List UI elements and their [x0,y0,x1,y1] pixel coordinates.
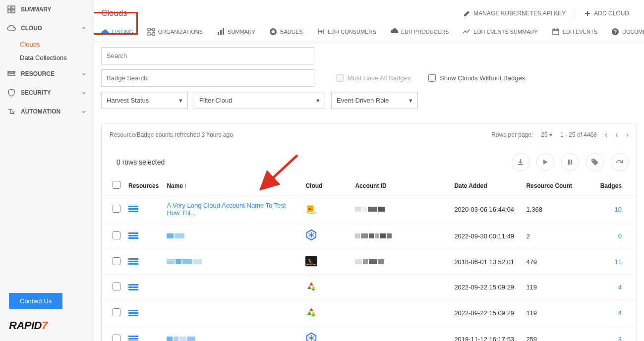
svg-rect-1 [12,6,15,9]
must-have-badges-checkbox[interactable]: Must Have All Badges [336,74,410,82]
account-id [351,300,450,326]
filter-cloud-select[interactable]: Filter Cloud▾ [194,92,325,109]
nav-resource[interactable]: RESOURCE [0,64,94,83]
prev-page-button: ‹ [605,130,607,139]
date-added: 2018-06-01 13:52:01 [450,249,522,275]
resources-icon[interactable] [128,336,159,341]
nav-label: SECURITY [21,89,51,96]
row-checkbox[interactable] [113,335,120,341]
nav-summary[interactable]: SUMMARY [0,0,94,19]
chevron-down-icon [81,109,87,114]
svg-text:Alibaba Cloud: Alibaba Cloud [306,264,316,266]
badges-link[interactable]: 11 [615,258,622,266]
col-cloud[interactable]: Cloud [301,176,351,196]
col-resources[interactable]: Resources [124,176,163,196]
svg-rect-43 [128,286,138,288]
redo-button[interactable] [611,153,629,171]
contact-button[interactable]: Contact Us [9,293,62,309]
date-added: 2022-09-22 15:09:29 [450,300,522,326]
badges-link[interactable]: 4 [618,309,622,317]
calendar-icon [552,28,560,36]
cloud-name-link[interactable]: A Very Long Cloud Account Name To Test H… [167,202,286,217]
tab-edh-producers[interactable]: EDH PRODUCERS [390,28,449,42]
sub-data-collections[interactable]: Data Collections [0,51,94,64]
add-cloud-button[interactable]: ADD CLOUD [579,6,634,21]
tag-button[interactable] [586,153,604,171]
tab-edh-events-summary[interactable]: EDH EVENTS SUMMARY [463,28,537,42]
badges-link[interactable]: 4 [618,284,622,291]
event-driven-role-select[interactable]: Event-Driven Role▾ [331,92,418,109]
tab-edh-consumers[interactable]: EDH CONSUMERS [317,28,376,42]
svg-rect-44 [128,289,138,290]
svg-rect-22 [128,208,138,210]
svg-rect-5 [8,74,15,75]
resource-count: 259 [522,326,582,341]
svg-rect-46 [128,312,138,314]
nav-label: RESOURCE [21,70,55,77]
row-checkbox[interactable] [113,231,120,239]
col-badges[interactable]: Badges [582,176,637,196]
select-all-checkbox[interactable] [113,181,120,189]
svg-rect-8 [148,33,150,35]
nav-cloud[interactable]: CLOUD [0,19,94,38]
rows-per-page-select[interactable]: 25 ▾ [541,131,552,138]
nav-security[interactable]: SECURITY [0,83,94,102]
resources-icon[interactable] [128,206,159,213]
caret-down-icon: ▾ [316,97,320,104]
harvest-status-select[interactable]: Harvest Status▾ [101,92,188,109]
show-without-badges-checkbox[interactable]: Show Clouds Without Badges [428,74,525,82]
logo: RAPID7 [9,319,85,332]
k8s-icon [305,332,317,341]
badge-search-input[interactable] [101,69,314,87]
svg-rect-21 [128,206,138,207]
tab-organizations[interactable]: ORGANIZATIONS [147,28,203,42]
account-id [351,326,450,341]
col-date[interactable]: Date Added [450,176,522,196]
chevron-down-icon [81,90,87,96]
cloud-icon [7,24,16,33]
search-input[interactable] [101,47,314,64]
resources-icon[interactable] [128,284,159,291]
list-icon [7,69,16,78]
plus-icon [584,10,591,17]
sort-asc-icon: ↑ [184,182,187,189]
download-button[interactable] [512,153,529,171]
badges-link[interactable]: 3 [618,336,622,341]
table-row: 2022-09-30 00:11:4920 [102,223,637,249]
col-name[interactable]: Name↑ [163,176,301,196]
resources-icon[interactable] [128,258,159,265]
table-row: Alibaba Cloud2018-06-01 13:52:0147911 [102,249,637,275]
sub-clouds[interactable]: Clouds [0,38,94,51]
svg-rect-14 [553,29,559,35]
resources-icon[interactable] [128,310,159,317]
grid-icon [7,5,16,14]
tab-documentation[interactable]: ?DOCUMENTATION [611,28,644,42]
star-icon [269,28,277,36]
chevron-down-icon [81,71,87,77]
manage-k8s-button[interactable]: MANAGE KUBERNETES API KEY [459,6,571,21]
badges-link[interactable]: 10 [615,206,622,213]
nav-automation[interactable]: AUTOMATION [0,102,94,121]
row-checkbox[interactable] [113,308,120,316]
row-checkbox[interactable] [113,283,120,290]
prev-page-button[interactable]: ‹ [615,130,618,139]
row-checkbox[interactable] [113,257,120,265]
resources-icon[interactable] [128,232,159,239]
play-button[interactable] [536,153,554,171]
col-account[interactable]: Account ID [351,176,450,196]
pagination-range: 1 - 25 of 4468 [560,131,597,138]
tab-summary[interactable]: SUMMARY [217,28,255,42]
table-row: 2022-09-22 15:09:291194 [102,300,637,326]
pause-button[interactable] [561,153,579,171]
badges-link[interactable]: 0 [618,232,622,240]
tab-edh-events[interactable]: EDH EVENTS [552,28,597,42]
svg-rect-9 [152,33,155,35]
tab-badges[interactable]: BADGES [269,28,303,42]
col-count[interactable]: Resource Count [522,176,582,196]
next-page-button[interactable]: › [626,130,629,139]
date-added: 2022-09-22 15:09:29 [450,275,522,300]
resource-count: 1,368 [522,196,582,223]
svg-rect-27 [128,235,138,236]
svg-rect-4 [8,71,15,73]
row-checkbox[interactable] [113,205,120,213]
